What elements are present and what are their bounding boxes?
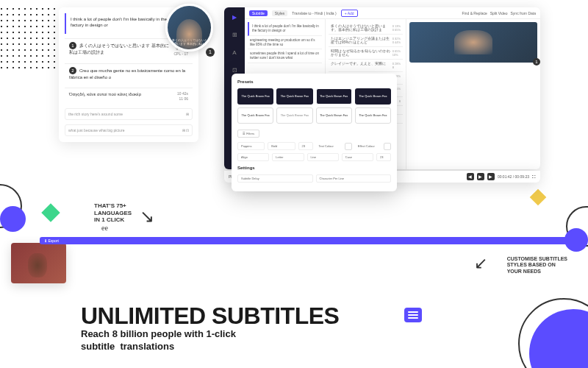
prev-button[interactable]: ◀ bbox=[467, 173, 474, 180]
preset-style[interactable]: The Quick Brown Fox bbox=[237, 88, 273, 105]
subtitle-index-badge: 1 bbox=[69, 42, 76, 49]
timecode: 00:01:42 / 00:09:23 bbox=[498, 174, 529, 179]
translation-item[interactable]: 時間は なぜ知るかを知らないのかわかりません0 65% 10% bbox=[329, 47, 403, 60]
preset-style[interactable]: The Quick Brown Fox bbox=[316, 88, 352, 105]
subtitle-translation[interactable]: Creo que mucha gente no es básicamente c… bbox=[69, 68, 185, 79]
presets-panel: Presets The Quick Brown Fox The Quick Br… bbox=[232, 74, 397, 191]
logo-icon[interactable]: ▶ bbox=[229, 12, 240, 24]
export-video-thumb bbox=[11, 243, 66, 283]
video-preview-area: 1 bbox=[406, 19, 540, 169]
preset-style[interactable]: The Quick Brown Fox bbox=[355, 88, 391, 105]
next-button[interactable]: ▶ bbox=[487, 173, 495, 180]
subtitle-delay[interactable]: Subtitle Delay bbox=[237, 174, 313, 183]
add-language-button[interactable]: + Add bbox=[341, 10, 358, 17]
subtitle-icon bbox=[404, 308, 422, 322]
callout-badge: 1 bbox=[206, 48, 215, 57]
hero-subhead: Reach 8 billion people with 1-click subt… bbox=[81, 328, 236, 353]
callout-badge: 1 bbox=[533, 58, 540, 66]
hero-headline: UNLIMITED SUBTITLES bbox=[81, 302, 339, 330]
tab-styles[interactable]: Styles bbox=[272, 10, 288, 16]
speaker-avatar: 多くの人はそうではないと思います 基本的に私は bbox=[165, 4, 213, 52]
preset-style[interactable]: The Quick Brown Fox bbox=[316, 107, 352, 124]
video-preview[interactable]: 1 bbox=[409, 22, 537, 63]
effect-color-chip[interactable] bbox=[384, 143, 391, 150]
size-input[interactable]: 23 bbox=[298, 142, 313, 150]
size-input-2[interactable]: 23 bbox=[376, 153, 391, 161]
preset-style[interactable]: The Quick Brown Fox bbox=[276, 107, 312, 124]
find-replace-button[interactable]: Find & Replace bbox=[462, 11, 487, 15]
weight-select[interactable]: Bold bbox=[268, 142, 295, 150]
split-video-button[interactable]: Split Video bbox=[490, 11, 508, 15]
subtitle-item[interactable]: I think a lot of people don't I'm like b… bbox=[248, 22, 322, 36]
callout-customise: CUSTOMISE SUBTITLES STYLES BASED ON YOUR… bbox=[507, 256, 567, 275]
arrow-icon bbox=[474, 254, 503, 276]
tab-subtitle[interactable]: Subtitle bbox=[249, 10, 268, 16]
caption-preview: the rich story here's around some⊞ bbox=[65, 108, 193, 120]
subtitle-item[interactable]: engineering meeting or production um so … bbox=[248, 36, 322, 50]
sidebar-dashboard-icon[interactable]: ⊞ bbox=[229, 29, 240, 41]
preset-style[interactable]: The Quick Brown Fox bbox=[237, 107, 273, 124]
export-preview bbox=[11, 243, 66, 283]
translation-item[interactable]: クレイジーです。ええと、実際に0 28% 8 bbox=[329, 60, 403, 72]
case-control[interactable]: Case bbox=[342, 153, 373, 161]
sidebar-text-icon[interactable]: A bbox=[229, 47, 240, 59]
fullscreen-icon[interactable]: ⛶ bbox=[532, 174, 536, 179]
letter-spacing[interactable]: Letter bbox=[272, 153, 304, 161]
preset-style[interactable]: The Quick Brown Fox bbox=[276, 88, 312, 105]
callout-languages: THAT'S 75+ LANGUAGES IN 1 CLICK bbox=[94, 202, 132, 224]
subtitle-text[interactable]: I think a lot of people don't I'm like b… bbox=[71, 16, 171, 29]
top-bar: Subtitle Styles Translate to - Hindi ( I… bbox=[245, 7, 540, 19]
translation-item[interactable]: 多くの人はそうではないと思います。基本的に私は工場の設計ま0 13% 0 65% bbox=[329, 22, 403, 35]
translation-item[interactable]: たはエンジニアリング会議または生産では95%の ほとんど0 32% 0 44% bbox=[329, 35, 403, 47]
subtitle-translation[interactable]: 多くの人はそうではないと思います 基本的に私は工場の設計ま bbox=[69, 43, 169, 54]
subtitle-item[interactable]: sometimes people think I spend a lot of … bbox=[248, 49, 322, 63]
text-color-chip[interactable] bbox=[345, 143, 352, 150]
effect-color-label: Effect Colour bbox=[355, 143, 381, 149]
line-spacing[interactable]: Line bbox=[307, 153, 339, 161]
preset-style[interactable]: The Quick Brown Fox bbox=[355, 107, 391, 124]
chars-per-line[interactable]: Character Per Line bbox=[316, 174, 392, 183]
arrow-icon bbox=[140, 206, 169, 228]
align-control[interactable]: Align bbox=[237, 153, 269, 161]
export-button[interactable]: ⬇ Export bbox=[40, 237, 582, 244]
overlay-caption: 多くの人はそうではないと思います 基本的に私は bbox=[171, 39, 208, 46]
play-button[interactable]: ▶ bbox=[477, 173, 484, 180]
sync-button[interactable]: Sync from Data bbox=[511, 11, 536, 15]
subtitle-translation[interactable]: Όσγςδή, κάνε αυτοί πού κάνις ίδοκέρ bbox=[69, 91, 174, 97]
presets-heading: Presets bbox=[237, 79, 391, 84]
translate-dropdown[interactable]: Translate to - Hindi ( India ) bbox=[292, 11, 336, 15]
caption-preview: what just because what big picture⊞ ⊡ bbox=[65, 124, 193, 136]
filters-button[interactable]: ☰ Filters bbox=[237, 130, 259, 138]
font-select[interactable]: Poppins bbox=[237, 142, 265, 150]
settings-heading: Settings bbox=[237, 166, 391, 170]
subtitle-index-badge: 2 bbox=[69, 67, 76, 74]
text-color-label: Text Colour bbox=[316, 143, 342, 149]
